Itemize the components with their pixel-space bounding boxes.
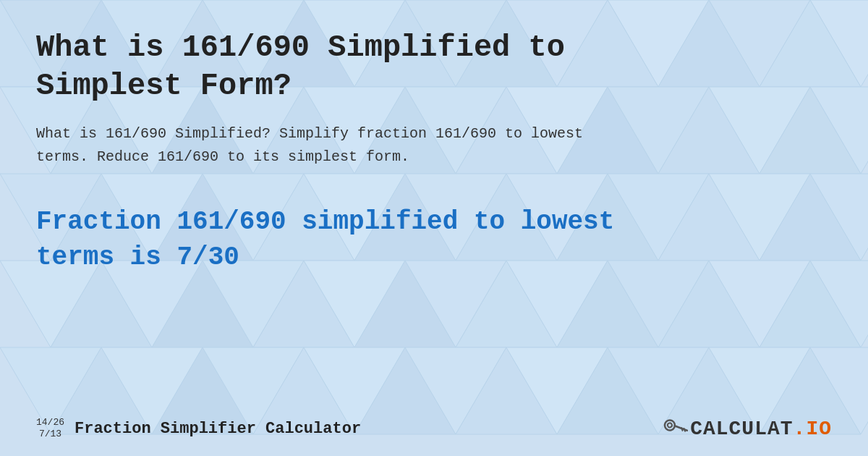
footer-right: CALCULAT.IO (664, 415, 832, 442)
result-text: Fraction 161/690 simplified to lowest te… (36, 205, 687, 275)
calculat-suffix: .IO (793, 418, 832, 440)
fraction-stack: 14/26 7/13 (36, 417, 64, 439)
result-section: Fraction 161/690 simplified to lowest te… (36, 205, 832, 275)
footer-brand-label: Fraction Simplifier Calculator (75, 420, 361, 438)
footer-left: 14/26 7/13 Fraction Simplifier Calculato… (36, 417, 361, 439)
fraction-top: 14/26 (36, 417, 64, 428)
fraction-bottom: 7/13 (39, 428, 61, 440)
page-content: What is 161/690 Simplified to Simplest F… (0, 0, 868, 456)
calculat-logo: CALCULAT.IO (664, 415, 832, 442)
key-icon (660, 413, 691, 445)
svg-point-91 (667, 423, 673, 428)
description-text: What is 161/690 Simplified? Simplify fra… (36, 122, 600, 169)
footer: 14/26 7/13 Fraction Simplifier Calculato… (36, 415, 832, 442)
page-title: What is 161/690 Simplified to Simplest F… (36, 29, 687, 105)
calculat-word: CALCULAT (690, 418, 793, 440)
calculat-text: CALCULAT.IO (690, 418, 832, 440)
